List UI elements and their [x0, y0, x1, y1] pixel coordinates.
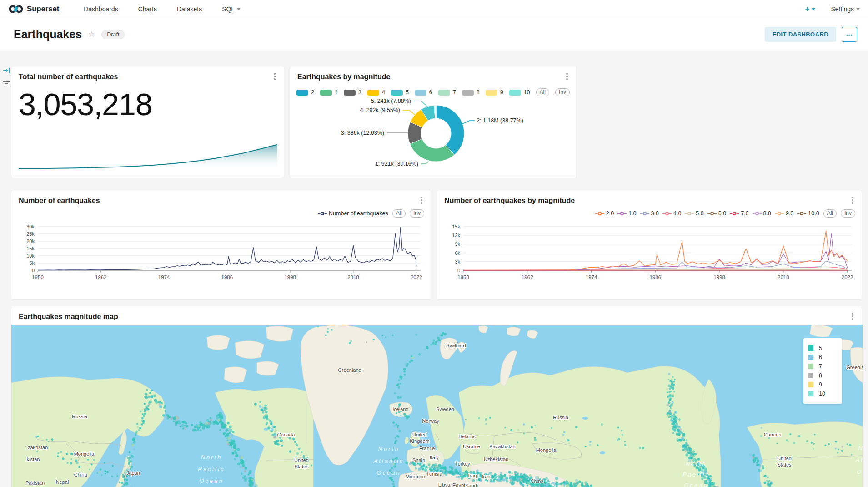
legend-all-button[interactable]: All — [823, 209, 837, 218]
svg-text:0: 0 — [457, 268, 460, 273]
map-legend: 5678910 — [803, 338, 842, 404]
map-legend-item-8[interactable]: 8 — [808, 371, 837, 380]
status-badge: Draft — [101, 30, 125, 39]
map-country-label: Pakistan — [25, 480, 45, 486]
line-chart[interactable]: 03k6k9k12k15k195019621974198619982010202… — [442, 223, 857, 283]
map-country-label: Japan — [126, 470, 140, 476]
legend-inv-button[interactable]: Inv — [841, 209, 855, 218]
map-country-label: Mongolia — [74, 451, 95, 457]
svg-text:3k: 3k — [455, 259, 460, 264]
legend-swatch — [808, 355, 813, 360]
nav-datasets[interactable]: Datasets — [177, 5, 202, 13]
map-legend-item-5[interactable]: 5 — [808, 344, 837, 353]
legend-swatch — [367, 90, 379, 96]
legend-item-4.0[interactable]: 4.0 — [662, 210, 681, 217]
legend-ring-icon — [685, 211, 694, 216]
map-country-label: United — [294, 457, 309, 463]
legend-label: 5 — [819, 345, 822, 351]
legend-ring-icon — [662, 211, 672, 216]
favorite-star-icon[interactable]: ☆ — [88, 30, 95, 39]
card-menu-kebab-icon[interactable] — [849, 196, 856, 205]
donut-chart[interactable] — [408, 105, 464, 162]
legend-label: 9 — [500, 89, 503, 96]
map-country-label: Morocco — [406, 474, 425, 479]
legend-inv-button[interactable]: Inv — [410, 209, 424, 218]
legend-item-1[interactable]: 1 — [320, 89, 338, 96]
card-menu-kebab-icon[interactable] — [563, 72, 571, 81]
card-menu-kebab-icon[interactable] — [849, 312, 856, 321]
map-country-label: Tunisia — [426, 471, 442, 477]
page-title: Earthquakes — [14, 28, 82, 41]
add-new-button[interactable]: + — [805, 5, 815, 14]
legend-item-10.0[interactable]: 10.0 — [797, 210, 819, 217]
legend-item-2.0[interactable]: 2.0 — [595, 210, 614, 217]
map-country-label: Russia — [553, 415, 569, 420]
map-country-label: Saudi — [465, 483, 478, 487]
legend-item-8[interactable]: 8 — [462, 89, 480, 96]
legend-item-3[interactable]: 3 — [344, 89, 361, 96]
legend-item-6[interactable]: 6 — [415, 89, 432, 96]
legend-swatch — [808, 391, 813, 396]
donut-slice-label: 5: 241k (7.88%) — [371, 98, 411, 104]
map-legend-item-10[interactable]: 10 — [808, 389, 837, 398]
dashboard-header: Earthquakes ☆ Draft EDIT DASHBOARD ... — [0, 18, 868, 51]
card-earthquakes-by-magnitude-lines: Number of earthquakes by magnitude 2.01.… — [437, 190, 862, 299]
legend-item-3.0[interactable]: 3.0 — [640, 210, 659, 217]
legend-item-6.0[interactable]: 6.0 — [707, 210, 726, 217]
nav-sql[interactable]: SQL — [222, 5, 241, 13]
map-ocean-label: Ocean — [684, 482, 708, 487]
legend-item-9[interactable]: 9 — [486, 89, 503, 96]
legend-item-7[interactable]: 7 — [438, 89, 456, 96]
donut-legend: 21345678910 All Inv — [290, 88, 576, 96]
legend-item-5.0[interactable]: 5.0 — [685, 210, 703, 217]
legend-ring-icon — [730, 211, 739, 216]
legend-swatch — [808, 382, 813, 387]
legend-ring-icon — [617, 211, 627, 216]
legend-ring-icon — [595, 211, 604, 216]
chart-title: Number of earthquakes — [19, 197, 100, 205]
map-country-label: France — [419, 446, 435, 451]
legend-all-button[interactable]: All — [536, 88, 549, 96]
dashboard-more-button[interactable]: ... — [842, 27, 857, 42]
superset-logo[interactable]: Superset — [8, 5, 59, 14]
card-menu-kebab-icon[interactable] — [418, 196, 425, 205]
svg-text:12k: 12k — [452, 233, 460, 238]
nav-charts[interactable]: Charts — [138, 5, 157, 13]
legend-label: 10 — [819, 391, 825, 397]
donut-slice-label: 3: 386k (12.63%) — [341, 130, 384, 136]
edit-dashboard-button[interactable]: EDIT DASHBOARD — [765, 27, 836, 42]
svg-text:5k: 5k — [29, 260, 35, 266]
legend-item[interactable]: Number of earthquakes — [318, 210, 388, 217]
nav-dashboards[interactable]: Dashboards — [84, 5, 118, 13]
map-country-label: Svalbard — [446, 343, 466, 348]
legend-item-4[interactable]: 4 — [367, 89, 385, 96]
legend-item-1.0[interactable]: 1.0 — [617, 210, 636, 217]
legend-item-5[interactable]: 5 — [391, 89, 409, 96]
world-map[interactable]: RussiaMongoliaChinaJapanzakhstankistanPa… — [11, 325, 863, 487]
line-chart[interactable]: 05k10k15k20k25k30k1950196219741986199820… — [17, 223, 426, 283]
legend-swatch — [808, 373, 813, 378]
map-ocean-label: Pacific — [198, 466, 225, 472]
map-legend-item-6[interactable]: 6 — [808, 353, 837, 362]
legend-inv-button[interactable]: Inv — [555, 88, 570, 96]
big-number-value: 3,053,218 — [19, 86, 152, 122]
expand-filter-bar-icon[interactable] — [3, 67, 11, 74]
map-legend-item-9[interactable]: 9 — [808, 380, 837, 389]
map-country-label: Libya — [438, 482, 451, 487]
svg-text:1974: 1974 — [586, 274, 597, 280]
legend-item-7.0[interactable]: 7.0 — [730, 210, 748, 217]
filter-icon[interactable] — [3, 80, 11, 87]
map-canvas[interactable]: RussiaMongoliaChinaJapanzakhstankistanPa… — [11, 325, 863, 487]
legend-item-10[interactable]: 10 — [509, 89, 530, 96]
legend-label: 6 — [429, 89, 432, 96]
legend-item-8.0[interactable]: 8.0 — [753, 210, 771, 217]
card-menu-kebab-icon[interactable] — [271, 72, 278, 81]
settings-menu[interactable]: Settings — [831, 5, 860, 13]
legend-swatch — [438, 90, 450, 96]
legend-all-button[interactable]: All — [392, 209, 406, 218]
trendline-chart[interactable] — [19, 142, 277, 170]
map-country-label: States — [294, 464, 309, 469]
legend-item-2[interactable]: 2 — [296, 89, 314, 96]
map-legend-item-7[interactable]: 7 — [808, 362, 837, 371]
legend-item-9.0[interactable]: 9.0 — [775, 210, 793, 217]
